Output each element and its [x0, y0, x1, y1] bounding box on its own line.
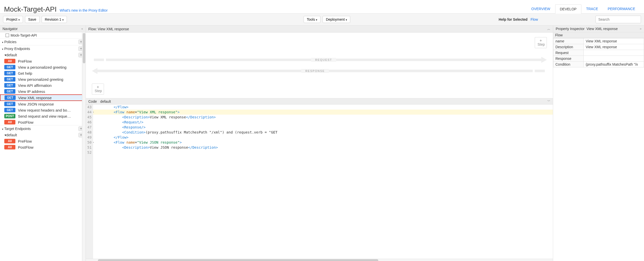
- center-panel: Flow: View XML response ︽ + Step REQUEST…: [86, 25, 553, 261]
- nav-item-label: View API affirmation: [18, 83, 83, 88]
- header: Mock-Target-API What's new in the Proxy …: [0, 0, 644, 14]
- arrow-left-icon: [92, 68, 97, 74]
- nav-flow-item[interactable]: GETView XML response: [0, 94, 86, 101]
- inspector-key: name: [553, 38, 584, 44]
- nav-flow-item[interactable]: GETView API affirmation: [0, 82, 86, 88]
- method-badge: GET: [4, 83, 15, 88]
- collapse-left-icon[interactable]: «: [81, 27, 83, 31]
- inspector-value[interactable]: View XML response: [584, 38, 644, 44]
- code-editor[interactable]: 43444546474849505152 </Flow> <Flow name=…: [86, 105, 553, 259]
- nav-flow-item[interactable]: GETView personalized greeting: [0, 76, 86, 82]
- plus-icon: +: [95, 85, 101, 89]
- search-input[interactable]: [596, 16, 641, 23]
- nav-section-target-endpoints[interactable]: ▾Target Endpoints +: [0, 125, 86, 132]
- nav-flow-item[interactable]: AllPreFlow: [0, 58, 86, 64]
- arrow-right-icon: [541, 57, 547, 63]
- method-badge: GET: [4, 108, 15, 112]
- tools-dropdown[interactable]: Tools▾: [304, 16, 321, 23]
- inspector-key: Description: [553, 44, 584, 50]
- inspector-table: nameView XML responseDescriptionView XML…: [553, 38, 644, 67]
- method-badge: GET: [4, 102, 15, 106]
- code-tab-default[interactable]: default: [100, 99, 111, 103]
- nav-proxy-default[interactable]: ▾default +: [0, 52, 86, 58]
- deployment-dropdown[interactable]: Deployment▾: [323, 16, 350, 23]
- nav-flow-item[interactable]: GETGet help: [0, 70, 86, 76]
- code-horizontal-scrollbar[interactable]: [86, 259, 553, 261]
- method-badge: GET: [5, 95, 16, 100]
- add-step-request[interactable]: + Step: [535, 37, 547, 48]
- nav-item-label: View XML response: [18, 96, 83, 100]
- nav-item-label: View request headers and bo…: [18, 108, 83, 112]
- header-tab-develop[interactable]: DEVELOP: [555, 4, 581, 14]
- method-badge: All: [4, 145, 15, 149]
- inspector-panel: Property Inspector View XML response » F…: [553, 25, 644, 261]
- add-step-response[interactable]: + Step: [92, 84, 104, 95]
- nav-item-label: PostFlow: [18, 120, 83, 124]
- nav-target-default[interactable]: ▾default +: [0, 132, 86, 138]
- nav-flow-item[interactable]: GETView JSON response: [0, 101, 86, 107]
- scrollbar-thumb[interactable]: [83, 33, 85, 63]
- header-tab-overview[interactable]: OVERVIEW: [526, 4, 555, 13]
- help-flow-link[interactable]: Flow: [530, 17, 538, 21]
- project-dropdown[interactable]: Project▾: [3, 16, 23, 23]
- caret-down-icon: ▾: [2, 128, 3, 130]
- inspector-row: Request: [553, 50, 644, 56]
- method-badge: All: [4, 59, 15, 63]
- method-badge: GET: [4, 77, 15, 82]
- navigator-title: Navigator: [3, 27, 18, 31]
- response-label: RESPONSE: [301, 69, 329, 73]
- step-label: Step: [538, 42, 544, 46]
- inspector-row: nameView XML response: [553, 38, 644, 44]
- nav-flow-item[interactable]: GETView request headers and bo…: [0, 107, 86, 113]
- nav-flow-item[interactable]: AllPreFlow: [0, 138, 86, 144]
- inspector-title: Property Inspector: [556, 27, 584, 31]
- header-tabs: OVERVIEWDEVELOPTRACEPERFORMANCE: [526, 4, 640, 13]
- step-label: Step: [95, 89, 101, 93]
- collapse-up-icon[interactable]: ︽: [547, 27, 550, 31]
- whats-new-link[interactable]: What's new in the Proxy Editor: [60, 8, 108, 12]
- nav-flow-item[interactable]: AllPostFlow: [0, 119, 86, 125]
- nav-section-policies[interactable]: ▾Policies +: [0, 38, 86, 45]
- revision-dropdown[interactable]: Revision 1▾: [42, 16, 67, 23]
- inspector-value[interactable]: [584, 56, 644, 62]
- method-badge: All: [4, 139, 15, 143]
- method-badge: GET: [4, 71, 15, 75]
- flow-title: Flow: View XML response: [88, 27, 129, 31]
- inspector-value[interactable]: View XML response: [584, 44, 644, 50]
- code-tab-code[interactable]: Code: [88, 99, 97, 103]
- navigator-header: Navigator «: [0, 25, 86, 32]
- proxy-title: Mock-Target-API: [4, 5, 57, 13]
- caret-down-icon: ▾: [2, 48, 3, 50]
- header-tab-performance[interactable]: PERFORMANCE: [603, 4, 640, 13]
- method-badge: GET: [4, 89, 15, 94]
- nav-section-proxy-endpoints[interactable]: ▾Proxy Endpoints +: [0, 45, 86, 52]
- nav-item-label: View IP address: [18, 89, 83, 94]
- navigator-scrollbar[interactable]: [82, 33, 86, 261]
- main: Navigator « Mock-Target-API ▾Policies + …: [0, 25, 644, 261]
- nav-flow-item[interactable]: AllPostFlow: [0, 144, 86, 150]
- inspector-subtitle: View XML response: [586, 27, 618, 31]
- inspector-row: Condition(proxy.pathsuffix MatchesPath "…: [553, 62, 644, 67]
- nav-flow-item[interactable]: GETView a personalized greeting: [0, 64, 86, 70]
- caret-down-icon: ▾: [5, 133, 6, 137]
- flow-header: Flow: View XML response ︽: [86, 25, 553, 33]
- collapse-right-icon[interactable]: »: [640, 27, 641, 31]
- response-lane: RESPONSE: [92, 66, 547, 75]
- save-button[interactable]: Save: [25, 16, 40, 23]
- inspector-value[interactable]: (proxy.pathsuffix MatchesPath "/x: [584, 62, 644, 67]
- scrollbar-thumb[interactable]: [98, 259, 378, 261]
- method-badge: GET: [4, 65, 15, 69]
- collapse-down-icon[interactable]: ︾: [547, 99, 550, 103]
- nav-item-label: View JSON response: [18, 102, 83, 106]
- nav-flow-item[interactable]: POSTSend request and view reque…: [0, 113, 86, 119]
- header-tab-trace[interactable]: TRACE: [581, 4, 603, 13]
- nav-root[interactable]: Mock-Target-API: [0, 32, 86, 38]
- toolbar: Project▾ Save Revision 1▾ Tools▾ Deploym…: [0, 14, 644, 25]
- plus-icon: +: [538, 39, 544, 42]
- nav-item-label: PreFlow: [18, 59, 83, 63]
- inspector-value[interactable]: [584, 50, 644, 56]
- inspector-header: Property Inspector View XML response »: [553, 25, 644, 32]
- nav-item-label: Send request and view reque…: [18, 114, 83, 118]
- nav-flow-item[interactable]: GETView IP address: [0, 88, 86, 94]
- method-badge: All: [4, 120, 15, 124]
